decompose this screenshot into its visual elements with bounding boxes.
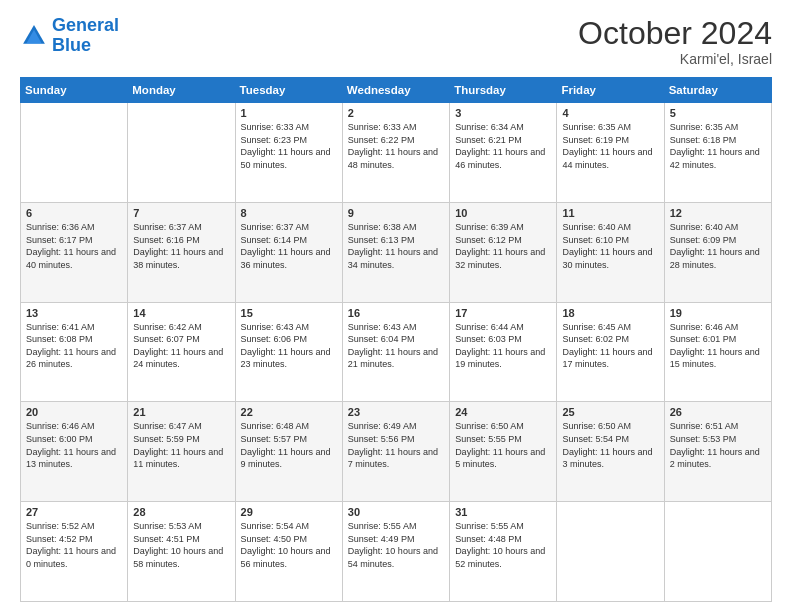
month-title: October 2024 <box>578 16 772 51</box>
day-number: 22 <box>241 406 337 418</box>
calendar-cell <box>128 103 235 203</box>
day-number: 9 <box>348 207 444 219</box>
day-info: Sunrise: 6:43 AM Sunset: 6:06 PM Dayligh… <box>241 321 337 371</box>
calendar-cell <box>664 502 771 602</box>
calendar-cell: 13Sunrise: 6:41 AM Sunset: 6:08 PM Dayli… <box>21 302 128 402</box>
day-info: Sunrise: 6:48 AM Sunset: 5:57 PM Dayligh… <box>241 420 337 470</box>
day-number: 28 <box>133 506 229 518</box>
week-row-1: 1Sunrise: 6:33 AM Sunset: 6:23 PM Daylig… <box>21 103 772 203</box>
day-number: 19 <box>670 307 766 319</box>
day-info: Sunrise: 6:37 AM Sunset: 6:16 PM Dayligh… <box>133 221 229 271</box>
day-number: 3 <box>455 107 551 119</box>
day-info: Sunrise: 6:35 AM Sunset: 6:18 PM Dayligh… <box>670 121 766 171</box>
calendar-cell: 21Sunrise: 6:47 AM Sunset: 5:59 PM Dayli… <box>128 402 235 502</box>
day-info: Sunrise: 6:50 AM Sunset: 5:54 PM Dayligh… <box>562 420 658 470</box>
day-info: Sunrise: 6:45 AM Sunset: 6:02 PM Dayligh… <box>562 321 658 371</box>
day-info: Sunrise: 6:42 AM Sunset: 6:07 PM Dayligh… <box>133 321 229 371</box>
calendar-cell: 20Sunrise: 6:46 AM Sunset: 6:00 PM Dayli… <box>21 402 128 502</box>
day-number: 8 <box>241 207 337 219</box>
week-row-5: 27Sunrise: 5:52 AM Sunset: 4:52 PM Dayli… <box>21 502 772 602</box>
day-number: 23 <box>348 406 444 418</box>
title-block: October 2024 Karmi'el, Israel <box>578 16 772 67</box>
calendar-cell: 4Sunrise: 6:35 AM Sunset: 6:19 PM Daylig… <box>557 103 664 203</box>
day-info: Sunrise: 6:47 AM Sunset: 5:59 PM Dayligh… <box>133 420 229 470</box>
calendar-cell: 29Sunrise: 5:54 AM Sunset: 4:50 PM Dayli… <box>235 502 342 602</box>
week-row-3: 13Sunrise: 6:41 AM Sunset: 6:08 PM Dayli… <box>21 302 772 402</box>
day-number: 25 <box>562 406 658 418</box>
weekday-row: SundayMondayTuesdayWednesdayThursdayFrid… <box>21 78 772 103</box>
calendar-body: 1Sunrise: 6:33 AM Sunset: 6:23 PM Daylig… <box>21 103 772 602</box>
day-number: 13 <box>26 307 122 319</box>
day-number: 10 <box>455 207 551 219</box>
day-number: 5 <box>670 107 766 119</box>
weekday-header-friday: Friday <box>557 78 664 103</box>
location: Karmi'el, Israel <box>578 51 772 67</box>
weekday-header-tuesday: Tuesday <box>235 78 342 103</box>
calendar-cell: 28Sunrise: 5:53 AM Sunset: 4:51 PM Dayli… <box>128 502 235 602</box>
day-number: 17 <box>455 307 551 319</box>
calendar-table: SundayMondayTuesdayWednesdayThursdayFrid… <box>20 77 772 602</box>
day-info: Sunrise: 6:35 AM Sunset: 6:19 PM Dayligh… <box>562 121 658 171</box>
calendar-cell: 27Sunrise: 5:52 AM Sunset: 4:52 PM Dayli… <box>21 502 128 602</box>
day-number: 31 <box>455 506 551 518</box>
day-info: Sunrise: 5:55 AM Sunset: 4:48 PM Dayligh… <box>455 520 551 570</box>
weekday-header-thursday: Thursday <box>450 78 557 103</box>
calendar-cell: 2Sunrise: 6:33 AM Sunset: 6:22 PM Daylig… <box>342 103 449 203</box>
day-number: 11 <box>562 207 658 219</box>
day-info: Sunrise: 6:34 AM Sunset: 6:21 PM Dayligh… <box>455 121 551 171</box>
week-row-4: 20Sunrise: 6:46 AM Sunset: 6:00 PM Dayli… <box>21 402 772 502</box>
day-number: 21 <box>133 406 229 418</box>
day-number: 16 <box>348 307 444 319</box>
calendar-cell: 25Sunrise: 6:50 AM Sunset: 5:54 PM Dayli… <box>557 402 664 502</box>
calendar-cell: 18Sunrise: 6:45 AM Sunset: 6:02 PM Dayli… <box>557 302 664 402</box>
day-number: 20 <box>26 406 122 418</box>
header: General Blue October 2024 Karmi'el, Isra… <box>20 16 772 67</box>
calendar-cell: 11Sunrise: 6:40 AM Sunset: 6:10 PM Dayli… <box>557 202 664 302</box>
day-info: Sunrise: 6:40 AM Sunset: 6:09 PM Dayligh… <box>670 221 766 271</box>
weekday-header-saturday: Saturday <box>664 78 771 103</box>
day-number: 26 <box>670 406 766 418</box>
logo-general: General <box>52 15 119 35</box>
day-info: Sunrise: 6:38 AM Sunset: 6:13 PM Dayligh… <box>348 221 444 271</box>
calendar-cell: 26Sunrise: 6:51 AM Sunset: 5:53 PM Dayli… <box>664 402 771 502</box>
day-info: Sunrise: 6:49 AM Sunset: 5:56 PM Dayligh… <box>348 420 444 470</box>
day-info: Sunrise: 6:51 AM Sunset: 5:53 PM Dayligh… <box>670 420 766 470</box>
calendar-cell: 1Sunrise: 6:33 AM Sunset: 6:23 PM Daylig… <box>235 103 342 203</box>
day-info: Sunrise: 6:40 AM Sunset: 6:10 PM Dayligh… <box>562 221 658 271</box>
day-info: Sunrise: 6:41 AM Sunset: 6:08 PM Dayligh… <box>26 321 122 371</box>
day-info: Sunrise: 6:37 AM Sunset: 6:14 PM Dayligh… <box>241 221 337 271</box>
day-number: 18 <box>562 307 658 319</box>
day-number: 15 <box>241 307 337 319</box>
day-info: Sunrise: 6:33 AM Sunset: 6:23 PM Dayligh… <box>241 121 337 171</box>
day-number: 12 <box>670 207 766 219</box>
page: General Blue October 2024 Karmi'el, Isra… <box>0 0 792 612</box>
day-info: Sunrise: 6:36 AM Sunset: 6:17 PM Dayligh… <box>26 221 122 271</box>
calendar-cell: 17Sunrise: 6:44 AM Sunset: 6:03 PM Dayli… <box>450 302 557 402</box>
calendar-header: SundayMondayTuesdayWednesdayThursdayFrid… <box>21 78 772 103</box>
weekday-header-sunday: Sunday <box>21 78 128 103</box>
weekday-header-wednesday: Wednesday <box>342 78 449 103</box>
calendar-cell: 14Sunrise: 6:42 AM Sunset: 6:07 PM Dayli… <box>128 302 235 402</box>
day-info: Sunrise: 5:53 AM Sunset: 4:51 PM Dayligh… <box>133 520 229 570</box>
day-info: Sunrise: 6:44 AM Sunset: 6:03 PM Dayligh… <box>455 321 551 371</box>
calendar-cell: 22Sunrise: 6:48 AM Sunset: 5:57 PM Dayli… <box>235 402 342 502</box>
logo-blue: Blue <box>52 36 119 56</box>
calendar-cell: 5Sunrise: 6:35 AM Sunset: 6:18 PM Daylig… <box>664 103 771 203</box>
calendar-cell: 10Sunrise: 6:39 AM Sunset: 6:12 PM Dayli… <box>450 202 557 302</box>
calendar-cell: 9Sunrise: 6:38 AM Sunset: 6:13 PM Daylig… <box>342 202 449 302</box>
calendar-cell: 15Sunrise: 6:43 AM Sunset: 6:06 PM Dayli… <box>235 302 342 402</box>
day-number: 2 <box>348 107 444 119</box>
day-info: Sunrise: 6:39 AM Sunset: 6:12 PM Dayligh… <box>455 221 551 271</box>
week-row-2: 6Sunrise: 6:36 AM Sunset: 6:17 PM Daylig… <box>21 202 772 302</box>
day-number: 6 <box>26 207 122 219</box>
calendar-cell: 7Sunrise: 6:37 AM Sunset: 6:16 PM Daylig… <box>128 202 235 302</box>
day-number: 24 <box>455 406 551 418</box>
calendar-cell: 31Sunrise: 5:55 AM Sunset: 4:48 PM Dayli… <box>450 502 557 602</box>
calendar-cell: 3Sunrise: 6:34 AM Sunset: 6:21 PM Daylig… <box>450 103 557 203</box>
day-info: Sunrise: 5:55 AM Sunset: 4:49 PM Dayligh… <box>348 520 444 570</box>
calendar-cell: 19Sunrise: 6:46 AM Sunset: 6:01 PM Dayli… <box>664 302 771 402</box>
calendar-cell: 6Sunrise: 6:36 AM Sunset: 6:17 PM Daylig… <box>21 202 128 302</box>
day-info: Sunrise: 6:50 AM Sunset: 5:55 PM Dayligh… <box>455 420 551 470</box>
day-number: 1 <box>241 107 337 119</box>
calendar-cell: 16Sunrise: 6:43 AM Sunset: 6:04 PM Dayli… <box>342 302 449 402</box>
